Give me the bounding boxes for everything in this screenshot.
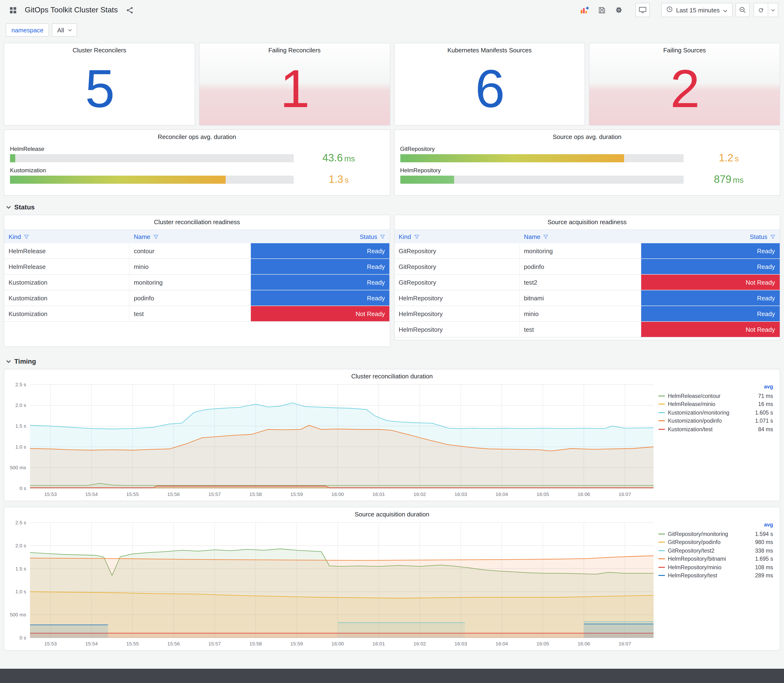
legend-item[interactable]: Kustomization/monitoring1.605 s	[658, 408, 773, 417]
bottom-dark-strip	[0, 669, 784, 683]
stat-failing-reconcilers[interactable]: Failing Reconcilers 1	[199, 43, 390, 126]
filter-funnel-icon[interactable]	[414, 234, 419, 239]
time-picker-button[interactable]: Last 15 minutes	[661, 3, 733, 17]
table-row: KustomizationtestNot Ready	[4, 306, 390, 322]
column-header-name[interactable]: Name	[519, 230, 641, 243]
column-header-name[interactable]: Name	[130, 230, 251, 243]
readiness-table: Kind Name Status GitRepositorymonitoring…	[394, 229, 780, 337]
legend-avg-header[interactable]: avg	[658, 384, 773, 392]
legend-series-avg: 1.605 s	[755, 410, 773, 415]
x-tick-label: 15:56	[167, 641, 180, 646]
x-tick-label: 15:53	[44, 641, 57, 646]
x-tick-label: 16:02	[414, 491, 426, 497]
legend-series-color	[658, 429, 665, 430]
panel-title: Kubernetes Manifests Sources	[394, 43, 585, 55]
legend-series-avg: 1.594 s	[755, 531, 773, 537]
x-tick-label: 16:04	[495, 491, 508, 497]
legend-series-name: HelmRelease/contour	[668, 393, 720, 399]
time-series-plot[interactable]: 0 s500 ms1.0 s1.5 s2.0 s2.5 s15:5315:541…	[7, 519, 656, 650]
settings-gear-icon[interactable]	[612, 3, 626, 17]
variable-namespace-label[interactable]: namespace	[6, 23, 49, 37]
x-tick-label: 16:05	[537, 641, 549, 646]
row-label: Status	[14, 203, 35, 211]
column-header-status[interactable]: Status	[251, 230, 390, 243]
bar-gauge-helmrelease: HelmRelease 43.6ms	[10, 146, 384, 163]
legend-item[interactable]: HelmRepository/bitnami1.695 s	[658, 555, 773, 563]
column-header-kind[interactable]: Kind	[394, 230, 519, 243]
stat-manifest-sources[interactable]: Kubernetes Manifests Sources 6	[394, 43, 585, 126]
series-area	[30, 556, 654, 638]
save-dashboard-button[interactable]	[595, 3, 609, 17]
bar-gauge-fill	[400, 154, 624, 162]
stat-failing-sources[interactable]: Failing Sources 2	[589, 43, 781, 126]
legend-series-name: Kustomization/monitoring	[668, 410, 729, 415]
legend-series-color	[658, 534, 665, 534]
panel-title: Cluster reconciliation readiness	[4, 215, 390, 226]
legend-item[interactable]: HelmRelease/minio16 ms	[658, 400, 773, 408]
legend-series-name: HelmRepository/bitnami	[668, 556, 726, 562]
stat-cluster-reconcilers[interactable]: Cluster Reconcilers 5	[4, 43, 195, 126]
legend-item[interactable]: HelmRelease/contour71 ms	[658, 392, 773, 400]
legend-item[interactable]: GitRepository/podinfo980 ms	[658, 538, 773, 547]
bar-gauge-track	[400, 176, 683, 184]
cell-name: test	[130, 306, 251, 321]
legend-series-avg: 1.071 s	[755, 418, 773, 424]
filter-funnel-icon[interactable]	[24, 234, 29, 239]
filter-funnel-icon[interactable]	[153, 234, 159, 239]
legend-item[interactable]: GitRepository/test2338 ms	[658, 547, 773, 555]
y-tick-label: 1.0 s	[15, 589, 26, 594]
legend-item[interactable]: GitRepository/monitoring1.594 s	[658, 530, 773, 538]
legend-series-avg: 108 ms	[755, 564, 773, 570]
y-tick-label: 2.5 s	[15, 520, 26, 525]
column-header-status[interactable]: Status	[641, 230, 780, 243]
variables-row: namespace All	[6, 23, 778, 37]
dashboard-header: GitOps Toolkit Cluster Stats La	[0, 0, 784, 20]
x-tick-label: 16:00	[331, 641, 344, 646]
tv-mode-button[interactable]	[635, 3, 650, 17]
refresh-interval-dropdown[interactable]	[768, 3, 778, 17]
add-panel-button[interactable]	[577, 3, 592, 17]
cell-kind: GitRepository	[394, 275, 519, 290]
variable-namespace-value[interactable]: All	[52, 23, 77, 37]
y-tick-label: 500 ms	[10, 612, 26, 617]
share-icon[interactable]	[123, 3, 137, 17]
panel-title: Cluster Reconcilers	[4, 43, 195, 55]
panel-title: Source ops avg. duration	[400, 130, 774, 141]
legend-series-name: Kustomization/test	[668, 426, 713, 432]
cell-name: monitoring	[130, 275, 251, 290]
legend-item[interactable]: Kustomization/podinfo1.071 s	[658, 417, 773, 425]
x-tick-label: 16:03	[455, 491, 467, 497]
chevron-down-icon	[6, 359, 11, 363]
filter-funnel-icon[interactable]	[770, 234, 776, 239]
status-badge: Not Ready	[641, 322, 780, 337]
legend-item[interactable]: HelmRepository/minio108 ms	[658, 563, 773, 571]
status-badge: Ready	[251, 243, 390, 258]
grafana-dashboard: GitOps Toolkit Cluster Stats La	[0, 0, 784, 683]
status-badge: Ready	[641, 306, 780, 321]
row-toggle-status[interactable]: Status	[4, 201, 780, 213]
filter-funnel-icon[interactable]	[544, 234, 548, 239]
stat-value: 2	[590, 63, 780, 115]
x-tick-label: 16:07	[619, 641, 631, 646]
cell-kind: HelmRelease	[4, 259, 130, 274]
zoom-out-button[interactable]	[736, 3, 750, 17]
row-toggle-timing[interactable]: Timing	[4, 356, 780, 367]
refresh-button[interactable]	[754, 3, 768, 17]
dashboard-grid-icon[interactable]	[6, 3, 20, 17]
legend-avg-header[interactable]: avg	[658, 522, 773, 530]
x-tick-label: 15:56	[167, 491, 180, 497]
legend-item[interactable]: Kustomization/test84 ms	[658, 425, 773, 433]
cell-kind: GitRepository	[394, 243, 519, 258]
row-label: Timing	[14, 358, 36, 365]
stat-value: 6	[394, 63, 585, 115]
time-series-plot[interactable]: 0 s500 ms1.0 s1.5 s2.0 s2.5 s15:5315:541…	[7, 381, 656, 501]
series-area	[30, 625, 108, 638]
legend-series-name: Kustomization/podinfo	[668, 418, 721, 424]
legend-series-avg: 980 ms	[755, 539, 773, 545]
panel-title: Failing Reconcilers	[199, 43, 390, 55]
column-header-kind[interactable]: Kind	[4, 230, 130, 243]
cell-kind: Kustomization	[4, 306, 130, 321]
filter-funnel-icon[interactable]	[380, 234, 385, 239]
legend-item[interactable]: HelmRepository/test289 ms	[658, 571, 773, 580]
x-tick-label: 15:55	[127, 491, 139, 497]
